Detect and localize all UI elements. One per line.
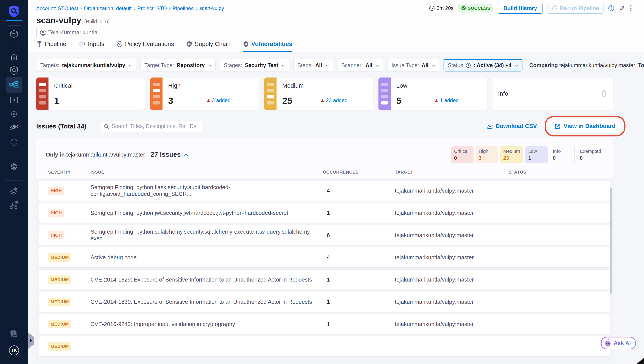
topbar: Account: STO testOrganization: defaultPr… <box>28 0 644 14</box>
target-value: tejakummarikuntla/vulpy:master <box>395 188 509 194</box>
tab-policy-evaluations[interactable]: Policy Evaluations <box>117 41 174 52</box>
table-row[interactable]: MEDIUM <box>39 336 610 356</box>
table-row[interactable]: MEDIUM Active debug code 4 tejakummariku… <box>39 247 610 267</box>
harness-sto-logo[interactable] <box>0 5 28 17</box>
filter-target-type[interactable]: Target Type:Repository <box>140 59 216 71</box>
table-row[interactable]: MEDIUM CVE-2014-1830: Exposure of Sensit… <box>39 292 610 312</box>
eye-slash-icon <box>9 124 19 131</box>
high-card[interactable]: High 3 3 added <box>150 78 259 110</box>
severity-badge: HIGH <box>48 187 64 195</box>
nav-executions[interactable] <box>0 96 28 104</box>
low-card[interactable]: Low 5 1 added <box>378 78 487 110</box>
chip-high[interactable]: High3 <box>476 146 498 163</box>
chip-low[interactable]: Low1 <box>525 146 548 163</box>
gear-icon <box>10 162 18 171</box>
tab-inputs[interactable]: Inputs <box>79 41 104 52</box>
nav-exemptions[interactable] <box>0 124 28 131</box>
inputs-tab-icon <box>79 41 85 47</box>
svg-text:?: ? <box>12 331 14 334</box>
nav-home[interactable] <box>0 53 28 61</box>
more-options-kebab-icon[interactable] <box>630 5 632 12</box>
chip-medium[interactable]: Medium23 <box>500 146 523 163</box>
layers-gear-icon <box>10 187 18 196</box>
chip-info[interactable]: Info0 <box>550 146 572 163</box>
critical-card[interactable]: Critical 1 <box>36 78 144 110</box>
shield-magnifier-icon <box>8 5 20 18</box>
nav-pipelines-active[interactable] <box>0 77 28 93</box>
collapse-chevron-up-icon[interactable] <box>184 154 188 158</box>
col-severity: SEVERITY <box>48 170 90 175</box>
vulnerabilities-content: Targets:tejakummarikuntla/vulpy Target T… <box>28 52 644 364</box>
filter-targets[interactable]: Targets:tejakummarikuntla/vulpy <box>36 59 136 71</box>
table-row[interactable]: HIGH Semgrep Finding: python.flask.secur… <box>39 181 610 201</box>
executions-play-icon <box>10 96 18 104</box>
info-card[interactable]: Info 0 <box>492 78 613 110</box>
tab-supply-chain[interactable]: Supply Chain <box>186 41 230 52</box>
nav-get-started[interactable] <box>0 138 28 146</box>
tab-vulnerabilities[interactable]: Vulnerabilities <box>243 41 292 52</box>
tab-pipeline[interactable]: Pipeline <box>37 41 66 52</box>
severity-badge: MEDIUM <box>48 275 71 284</box>
nav-project-settings[interactable] <box>0 162 28 171</box>
breadcrumb-item[interactable]: Account: STO test <box>36 5 82 12</box>
chevron-down-icon <box>326 63 329 67</box>
nav-org-settings[interactable] <box>0 187 28 196</box>
tab-bar: Pipeline Inputs Policy Evaluations <box>28 37 644 52</box>
nav-account-settings[interactable] <box>0 200 28 210</box>
table-row[interactable]: MEDIUM CVE-2016-9243: Improper input val… <box>39 314 610 334</box>
target-value: tejakummarikuntla/vulpy:master <box>395 232 509 239</box>
filter-stages[interactable]: Stages:Security Test <box>220 59 289 71</box>
filter-steps[interactable]: Steps:All <box>293 59 333 71</box>
chip-exempted[interactable]: Exempted0 <box>574 146 604 163</box>
issue-title: Semgrep Finding: python.jwt.security.jwt… <box>90 210 323 216</box>
up-triangle-icon <box>435 99 438 102</box>
filter-status[interactable]: Status : Active (34) +4 <box>444 59 522 71</box>
issues-title: Issues (Total 34) <box>36 123 86 130</box>
filter-bar: Targets:tejakummarikuntla/vulpy Target T… <box>36 59 621 71</box>
nav-targets[interactable] <box>0 110 28 118</box>
col-issue: ISSUE <box>90 170 323 175</box>
build-history-button[interactable]: Build History <box>498 3 542 14</box>
breadcrumb-item[interactable]: Project: STO <box>137 5 171 12</box>
table-scrollbar[interactable] <box>610 188 612 294</box>
page-title: scan-vulpy <box>36 16 81 25</box>
download-csv-button[interactable]: Download CSV <box>487 123 537 129</box>
breadcrumb-item[interactable]: scan-vulpy <box>199 5 224 11</box>
up-triangle-icon <box>207 99 210 102</box>
high-bars-icon <box>150 78 162 110</box>
nav-test-targets[interactable] <box>0 66 28 75</box>
breadcrumb-item[interactable]: Organization: default <box>84 5 136 12</box>
edit-pencil-icon[interactable] <box>619 5 625 11</box>
severity-badge: MEDIUM <box>48 342 71 351</box>
duration: 5m 20s <box>429 5 454 11</box>
medium-card[interactable]: Medium 25 23 added <box>264 78 373 110</box>
target-value: tejakummarikuntla/vulpy:master <box>395 299 509 305</box>
table-header: SEVERITY ISSUE OCCURRENCES TARGET STATUS <box>36 168 613 178</box>
info-icon[interactable] <box>608 5 614 11</box>
rerun-pipeline-button[interactable]: Re-run Pipeline <box>547 3 604 14</box>
ask-ai-button[interactable]: Ask AI <box>601 337 636 349</box>
breadcrumb-item[interactable]: Pipelines <box>173 5 198 12</box>
filter-scanner[interactable]: Scanner:All <box>337 59 383 71</box>
issue-title: CVE-2014-1830: Exposure of Sensitive Inf… <box>90 299 323 305</box>
view-in-dashboard-button[interactable]: View in Dashboard <box>549 119 621 133</box>
table-row[interactable]: HIGH Semgrep Finding: python.sqlalchemy.… <box>39 225 610 245</box>
chevron-down-icon <box>515 63 518 67</box>
info-icon <box>466 63 471 68</box>
user-avatar[interactable]: TK <box>0 345 28 355</box>
org-chart-gear-icon <box>10 200 18 210</box>
module-selector[interactable] <box>0 26 28 42</box>
chip-critical[interactable]: Critical0 <box>451 146 474 163</box>
filter-issue-type[interactable]: Issue Type:All <box>388 59 439 71</box>
search-input[interactable] <box>112 123 198 129</box>
issues-search[interactable] <box>100 120 202 132</box>
issue-title: Semgrep Finding: python.sqlalchemy.secur… <box>90 228 323 242</box>
severity-badge: HIGH <box>48 209 64 217</box>
help-chat[interactable]: ? <box>0 330 28 338</box>
issues-panel: Only in tejakummarikuntla/vulpy:master 2… <box>36 138 613 352</box>
avatar-initials: TK <box>9 345 19 355</box>
target-value: tejakummarikuntla/vulpy:master <box>395 276 509 283</box>
table-row[interactable]: MEDIUM CVE-2014-1829: Exposure of Sensit… <box>39 270 610 289</box>
table-row[interactable]: HIGH Semgrep Finding: python.jwt.securit… <box>39 203 610 223</box>
chevron-down-icon <box>432 63 435 67</box>
